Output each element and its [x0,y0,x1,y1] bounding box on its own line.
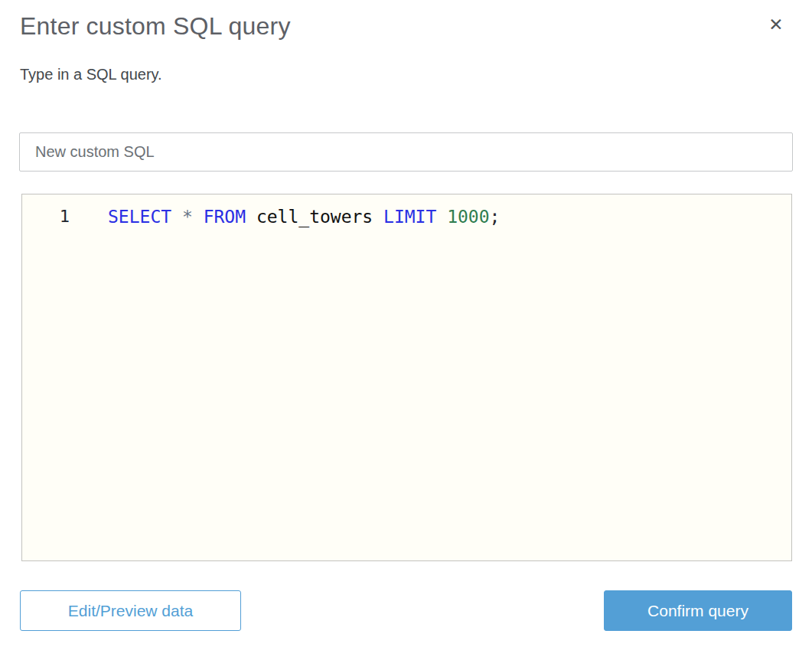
sql-keyword: FROM [204,207,256,227]
custom-sql-dialog: Enter custom SQL query ✕ Type in a SQL q… [0,0,812,647]
sql-keyword: LIMIT [383,207,447,227]
sql-operator: * [182,207,204,227]
sql-code: SELECT * FROM cell_towers LIMIT 1000; [70,204,500,229]
sql-editor[interactable]: 1 SELECT * FROM cell_towers LIMIT 1000; [21,194,792,561]
edit-preview-data-button[interactable]: Edit/Preview data [20,590,241,631]
query-name-input[interactable] [19,132,793,172]
sql-keyword: SELECT [108,207,182,227]
line-number: 1 [22,204,70,229]
page-title: Enter custom SQL query [20,12,291,41]
confirm-query-button[interactable]: Confirm query [604,590,792,631]
sql-identifier: cell_towers [256,207,383,227]
code-line: 1 SELECT * FROM cell_towers LIMIT 1000; [22,194,791,229]
dialog-subtitle: Type in a SQL query. [20,66,162,83]
sql-number: 1000 [447,207,489,227]
close-button[interactable]: ✕ [765,13,788,36]
sql-punctuation: ; [490,207,501,227]
close-icon: ✕ [768,16,783,34]
